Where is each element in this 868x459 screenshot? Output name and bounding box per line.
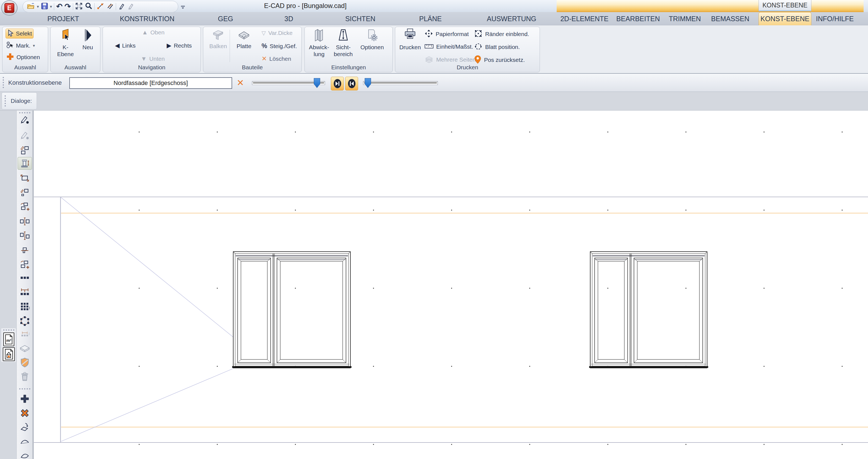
arc-closed-button[interactable]: [18, 449, 32, 459]
align-row-button[interactable]: [18, 271, 32, 284]
skip-to-end-button[interactable]: [331, 77, 344, 90]
layer-name-field[interactable]: [69, 77, 232, 89]
cad-window-drawing-left[interactable]: [232, 252, 351, 368]
selekt-button[interactable]: Selekt: [5, 29, 34, 38]
delete-x-button[interactable]: [18, 407, 32, 419]
cad-window-drawing-right[interactable]: [589, 252, 708, 368]
steigung-button[interactable]: % Steig./Gef.: [261, 42, 297, 50]
zoom-magnifier-icon[interactable]: [85, 2, 92, 11]
parallel-lines-icon[interactable]: [106, 2, 114, 11]
blatt-position-button[interactable]: Blatt position.: [474, 42, 520, 52]
contour-add-button[interactable]: [18, 201, 32, 213]
drawing-canvas[interactable]: [34, 111, 868, 459]
var-dicke-button[interactable]: ▽ Var.Dicke: [261, 30, 292, 36]
layer-label: Konstruktionsebene: [8, 74, 62, 91]
ribbon-group-drucken: Drucken Papierformat Einheit/Maßst. Mehr…: [395, 27, 540, 72]
ruler-icon: [424, 42, 434, 52]
protect-shield-button[interactable]: [18, 356, 32, 369]
pen-icon[interactable]: [118, 2, 125, 11]
sichtbereich-button[interactable]: Sicht-bereich: [332, 28, 355, 58]
tab-2d-elemente[interactable]: 2D-ELEMENTE: [560, 12, 609, 25]
open-folder-icon[interactable]: [27, 2, 35, 11]
k-ebene-button[interactable]: K-Ebene: [56, 28, 75, 58]
balken-button[interactable]: Balken: [207, 29, 229, 50]
customize-toolbar-icon[interactable]: [180, 5, 186, 10]
building-document-button[interactable]: [3, 347, 15, 361]
layer-slider-right[interactable]: [363, 81, 438, 85]
ribbon-group-bauteile: Balken Platte ▽ Var.Dicke % Steig./Gef. …: [203, 27, 302, 72]
distribute-button[interactable]: [18, 286, 32, 298]
area-plan-document-button[interactable]: m²: [3, 333, 14, 346]
dialoge-label: Dialoge:: [11, 98, 32, 104]
toolbar-drag-handle[interactable]: [3, 77, 4, 89]
measure-icon[interactable]: [96, 2, 104, 11]
loeschen-button[interactable]: ✕ Löschen: [261, 55, 291, 62]
dialoge-panel-tab[interactable]: Dialoge:: [2, 92, 37, 110]
mirror-element-button[interactable]: [18, 244, 32, 256]
tab-trimmen[interactable]: TRIMMEN: [665, 12, 704, 25]
tab-plaene[interactable]: PLÄNE: [410, 12, 451, 25]
tab-konstruktion[interactable]: KONSTRUKTION: [121, 12, 173, 25]
quick-access-toolbar: ▾ ▾ ↶ ↷: [23, 1, 178, 12]
toolbar-drag-handle[interactable]: [19, 388, 31, 390]
optionen-button[interactable]: Optionen: [6, 53, 40, 62]
rotate-button[interactable]: [18, 421, 32, 433]
mark-button[interactable]: Mark. ▾: [6, 41, 35, 50]
redo-icon[interactable]: ↷: [65, 3, 71, 10]
platte-button[interactable]: Platte: [233, 29, 255, 50]
pos-zuruecksetzen-button[interactable]: Pos zurücksetz.: [474, 55, 525, 65]
mehrere-seiten-button[interactable]: Mehrere Seiten: [424, 55, 476, 64]
insert-press-tool-button[interactable]: [18, 157, 32, 170]
pen-draw-disabled-button[interactable]: [18, 129, 32, 142]
mirror-horizontal-button[interactable]: [18, 215, 32, 228]
tab-3d[interactable]: 3D: [275, 12, 303, 25]
einstellungen-optionen-button[interactable]: Optionen: [357, 28, 387, 51]
array-grid-button[interactable]: [18, 300, 32, 313]
mirror-vertical-button[interactable]: [18, 230, 32, 242]
pen-draw-button[interactable]: [18, 113, 32, 126]
slab-disabled-button[interactable]: [18, 342, 32, 355]
oben-button[interactable]: ▲ Oben: [142, 29, 164, 36]
array-circle-button[interactable]: [18, 315, 32, 327]
transform-box-button[interactable]: [18, 172, 32, 184]
add-cross-button[interactable]: [18, 393, 32, 405]
skip-to-start-button[interactable]: [345, 77, 358, 90]
trash-button[interactable]: [18, 370, 32, 383]
open-dropdown-icon[interactable]: ▾: [37, 4, 39, 9]
tab-info-hilfe[interactable]: INFO/HILFE: [813, 12, 856, 25]
tab-bearbeiten[interactable]: BEARBEITEN: [615, 12, 661, 25]
papierformat-button[interactable]: Papierformat: [424, 29, 469, 39]
unten-button[interactable]: ▼ Unten: [141, 56, 165, 62]
add-plus-icon: [6, 53, 14, 62]
distribute-small-disabled-button[interactable]: [18, 328, 32, 340]
view-range-icon: [337, 28, 349, 42]
einheit-massstab-button[interactable]: Einheit/Maßst.: [424, 42, 473, 52]
rechts-button[interactable]: ▶ Rechts: [167, 42, 192, 49]
undo-icon[interactable]: ↶: [56, 3, 62, 10]
side-panel: m²: [1, 328, 16, 363]
panel-drag-handle[interactable]: [3, 330, 14, 331]
tab-projekt[interactable]: PROJEKT: [38, 12, 88, 25]
layer-clear-button[interactable]: ✕: [234, 76, 246, 89]
neu-button[interactable]: Neu: [79, 28, 96, 51]
contour-edit-small-button[interactable]: [18, 186, 32, 199]
arc-open-button[interactable]: [18, 435, 32, 448]
tab-bemassen[interactable]: BEMASSEN: [710, 12, 751, 25]
drucken-button[interactable]: Drucken: [399, 28, 422, 51]
tab-geg[interactable]: GEG: [209, 12, 242, 25]
tab-konst-ebene[interactable]: KONST-EBENE: [758, 12, 811, 25]
panel-drag-handle[interactable]: [5, 95, 6, 107]
element-add-button[interactable]: [18, 258, 32, 271]
pen-alt-icon[interactable]: [127, 2, 134, 11]
raender-einblenden-button[interactable]: Ränder einblend.: [474, 29, 529, 39]
page-gear-icon: [366, 28, 378, 42]
application-menu-button[interactable]: E: [1, 0, 18, 16]
save-dropdown-icon[interactable]: ▾: [50, 4, 52, 9]
abwicklung-button[interactable]: Abwick-lung: [308, 28, 331, 58]
save-icon[interactable]: [41, 2, 48, 11]
contour-edit-button[interactable]: [18, 144, 32, 156]
zoom-extents-icon[interactable]: [75, 2, 83, 11]
links-button[interactable]: ◀ Links: [115, 42, 135, 49]
tab-sichten[interactable]: SICHTEN: [338, 12, 382, 25]
tab-auswertung[interactable]: AUSWERTUNG: [487, 12, 536, 25]
